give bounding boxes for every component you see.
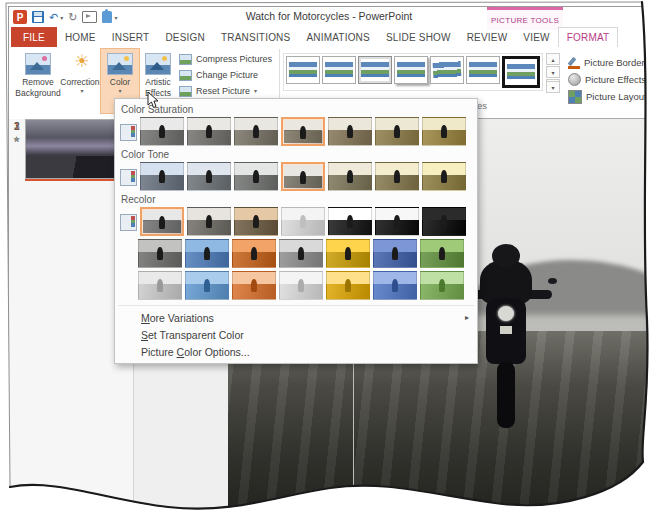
color-saturation-thumbnail[interactable] xyxy=(140,117,184,146)
submenu-arrow-icon: ▸ xyxy=(465,313,469,322)
recolor-thumbnail[interactable] xyxy=(234,207,278,236)
recolor-header: Recolor xyxy=(118,191,474,207)
color-tone-thumbnail[interactable] xyxy=(375,162,419,191)
reset-picture-button[interactable]: Reset Picture ▾ xyxy=(179,84,272,98)
ribbon-tab[interactable]: VIEW xyxy=(515,27,557,47)
recolor-thumbnail[interactable] xyxy=(138,271,182,300)
ribbon-tab[interactable]: TRANSITIONS xyxy=(213,27,298,47)
compress-pictures-button[interactable]: Compress Pictures xyxy=(179,52,272,66)
picture-border-icon xyxy=(568,57,580,69)
recolor-thumbnail[interactable] xyxy=(281,207,325,236)
gallery-more-icon[interactable]: ▾ xyxy=(546,79,560,93)
recolor-thumbnail[interactable] xyxy=(373,239,417,268)
recolor-thumbnail[interactable] xyxy=(420,271,464,300)
picture-style-thumbnail[interactable] xyxy=(358,56,392,84)
color-tone-thumbnail[interactable] xyxy=(234,162,278,191)
picture-style-thumbnail[interactable] xyxy=(286,56,320,84)
color-saturation-thumbnail[interactable] xyxy=(328,117,372,146)
color-saturation-thumbnail[interactable] xyxy=(234,117,278,146)
ribbon-tab[interactable]: DESIGN xyxy=(157,27,213,47)
color-dropdown-menu: Color Saturation Color Tone Recolor xyxy=(114,98,478,364)
picture-style-thumbnail[interactable] xyxy=(466,56,500,84)
recolor-thumbnail[interactable] xyxy=(138,239,182,268)
command-icon xyxy=(122,345,135,358)
recolor-thumbnail[interactable] xyxy=(326,271,370,300)
color-menu-command[interactable]: Picture Color Options... xyxy=(118,343,474,360)
powerpoint-window: P ↶ ▾ ↻ ▾ Watch for Motorcycles - PowerP… xyxy=(8,6,649,509)
recolor-thumbnail[interactable] xyxy=(140,207,184,236)
corrections-button[interactable]: ☀ Corrections ▾ xyxy=(63,49,101,113)
corrections-icon: ☀ xyxy=(74,52,89,71)
recolor-thumbnail[interactable] xyxy=(373,271,417,300)
command-label: Picture Color Options... xyxy=(141,346,250,358)
style-preview xyxy=(325,59,353,81)
remove-background-icon xyxy=(25,53,51,75)
contextual-tab-group: PICTURE TOOLS xyxy=(487,7,563,30)
color-tone-thumbnail[interactable] xyxy=(187,162,231,191)
picture-style-thumbnail[interactable] xyxy=(502,56,540,88)
style-preview xyxy=(361,59,389,81)
ribbon-tab[interactable]: SLIDE SHOW xyxy=(378,27,459,47)
color-tone-thumbnail[interactable] xyxy=(281,162,325,191)
picture-style-thumbnail[interactable] xyxy=(322,56,356,84)
style-preview xyxy=(432,58,461,81)
reset-picture-icon xyxy=(179,86,192,97)
recolor-thumbnail[interactable] xyxy=(279,239,323,268)
gallery-scroll-up-icon[interactable]: ▴ xyxy=(546,53,560,65)
color-tone-thumbnail[interactable] xyxy=(422,162,466,191)
color-saturation-thumbnail[interactable] xyxy=(187,117,231,146)
slide-number: 3 xyxy=(14,121,20,132)
picture-style-thumbnail[interactable] xyxy=(394,56,428,84)
remove-background-button[interactable]: Remove Background xyxy=(13,49,63,113)
picture-styles-gallery xyxy=(283,53,543,91)
compress-pictures-icon xyxy=(179,54,192,65)
style-preview xyxy=(469,59,497,81)
color-tone-thumbnail[interactable] xyxy=(328,162,372,191)
recolor-thumbnail[interactable] xyxy=(232,271,276,300)
contextual-tab-label: PICTURE TOOLS xyxy=(491,16,559,25)
recolor-thumbnail[interactable] xyxy=(420,239,464,268)
tone-row-icon xyxy=(120,169,137,186)
recolor-thumbnail[interactable] xyxy=(187,207,231,236)
ribbon-tab[interactable]: FILE xyxy=(11,27,57,47)
picture-layout-button[interactable]: Picture Layout xyxy=(568,89,647,104)
recolor-thumbnail[interactable] xyxy=(328,207,372,236)
recolor-thumbnail[interactable] xyxy=(279,271,323,300)
mouse-cursor xyxy=(147,91,159,109)
ribbon-tab[interactable]: HOME xyxy=(57,27,104,47)
color-saturation-thumbnail[interactable] xyxy=(422,117,466,146)
chevron-down-icon: ▾ xyxy=(80,88,83,95)
picture-effects-icon xyxy=(568,73,581,86)
picture-border-button[interactable]: Picture Border xyxy=(568,55,647,70)
picture-style-thumbnail[interactable] xyxy=(430,56,464,84)
picture-effects-button[interactable]: Picture Effects xyxy=(568,72,647,87)
ribbon-tab[interactable]: REVIEW xyxy=(459,27,516,47)
color-saturation-header: Color Saturation xyxy=(118,101,474,117)
picture-layout-icon xyxy=(568,90,582,104)
command-icon xyxy=(122,328,135,341)
command-icon xyxy=(122,311,135,324)
color-menu-command[interactable]: Set Transparent Color xyxy=(118,326,474,343)
recolor-thumbnail[interactable] xyxy=(185,271,229,300)
recolor-thumbnail[interactable] xyxy=(422,207,466,236)
ribbon-tab[interactable]: ANIMATIONS xyxy=(298,27,377,47)
ribbon-tab[interactable]: INSERT xyxy=(104,27,158,47)
ribbon-tab[interactable]: FORMAT xyxy=(558,27,619,47)
color-tone-thumbnail[interactable] xyxy=(140,162,184,191)
color-menu-command[interactable]: More Variations ▸ xyxy=(118,309,474,326)
recolor-thumbnail[interactable] xyxy=(375,207,419,236)
command-label: Set Transparent Color xyxy=(141,329,244,341)
command-label: More Variations xyxy=(141,312,214,324)
recolor-thumbnail[interactable] xyxy=(185,239,229,268)
gallery-scroll-down-icon[interactable]: ▾ xyxy=(546,66,560,78)
ribbon-tab-bar: FILEHOMEINSERTDESIGNTRANSITIONSANIMATION… xyxy=(9,27,649,47)
color-saturation-thumbnail[interactable] xyxy=(281,117,325,146)
color-saturation-thumbnail[interactable] xyxy=(375,117,419,146)
recolor-thumbnail[interactable] xyxy=(326,239,370,268)
title-bar: P ↶ ▾ ↻ ▾ Watch for Motorcycles - PowerP… xyxy=(9,7,649,27)
change-picture-button[interactable]: Change Picture xyxy=(179,68,272,82)
style-preview xyxy=(507,61,535,83)
slide-thumbnail[interactable] xyxy=(25,119,115,179)
selection-handle-corner[interactable] xyxy=(349,490,359,500)
recolor-thumbnail[interactable] xyxy=(232,239,276,268)
